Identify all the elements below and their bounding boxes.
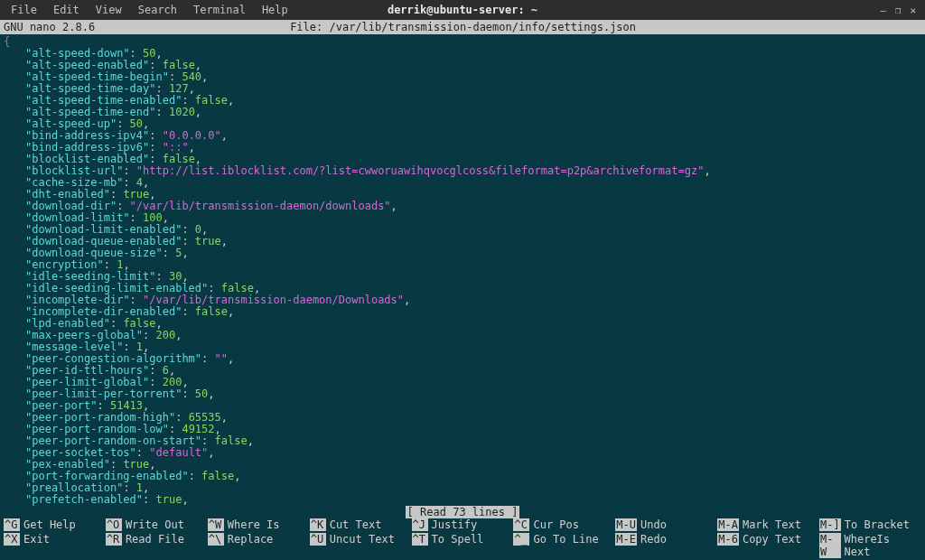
minimize-icon[interactable]: —	[880, 5, 886, 16]
shortcut-label: Write Out	[126, 518, 184, 531]
shortcut-key: ^U	[310, 533, 326, 546]
shortcut-label: Cur Pos	[533, 518, 579, 531]
shortcut-justify: ^JJustify	[412, 518, 514, 531]
menu-help[interactable]: Help	[255, 2, 295, 18]
shortcut-uncut-text: ^UUncut Text	[310, 533, 412, 558]
shortcut-cut-text: ^KCut Text	[310, 518, 412, 531]
shortcut-label: To Spell	[432, 533, 484, 546]
shortcuts-row-1: ^GGet Help^OWrite Out^WWhere Is^KCut Tex…	[0, 518, 925, 533]
shortcut-key: ^\	[208, 533, 224, 546]
shortcut-key: ^W	[208, 518, 224, 531]
editor-area[interactable]: {"alt-speed-down": 50,"alt-speed-enabled…	[0, 34, 925, 506]
shortcut-get-help: ^GGet Help	[4, 518, 106, 531]
shortcut-where-is: ^WWhere Is	[208, 518, 310, 531]
shortcut-key: ^G	[4, 518, 20, 531]
shortcut-label: Cut Text	[330, 518, 382, 531]
shortcut-key: ^T	[412, 533, 428, 546]
shortcut-exit: ^XExit	[4, 533, 106, 558]
maximize-icon[interactable]: ❐	[895, 5, 902, 16]
shortcut-copy-text: M-6Copy Text	[717, 533, 819, 558]
shortcut-key: ^K	[310, 518, 326, 531]
status-text: [ Read 73 lines ]	[406, 506, 520, 518]
shortcut-write-out: ^OWrite Out	[106, 518, 208, 531]
shortcut-key: M-E	[615, 533, 637, 546]
shortcut-key: M-W	[819, 533, 840, 558]
shortcut-label: Mark Text	[743, 518, 801, 531]
shortcut-key: ^R	[106, 533, 122, 546]
shortcut-label: Redo	[640, 533, 667, 546]
shortcut-key: M-6	[717, 533, 739, 546]
shortcut-label: WhereIs Next	[845, 533, 921, 558]
nano-header: GNU nano 2.8.6 File: /var/lib/transmissi…	[0, 20, 925, 34]
shortcut-replace: ^\Replace	[208, 533, 310, 558]
shortcut-key: ^J	[412, 518, 428, 531]
shortcut-label: Go To Line	[533, 533, 598, 546]
shortcut-mark-text: M-AMark Text	[717, 518, 819, 531]
shortcut-key: ^X	[4, 533, 20, 546]
window-controls: — ❐ ✕	[880, 5, 921, 16]
menu-view[interactable]: View	[89, 2, 129, 18]
shortcut-label: Justify	[432, 518, 478, 531]
shortcut-key: M-A	[717, 518, 739, 531]
menu-search[interactable]: Search	[131, 2, 184, 18]
shortcut-label: Undo	[640, 518, 667, 531]
window-title: derrik@ubuntu-server: ~	[388, 4, 537, 16]
shortcut-read-file: ^RRead File	[106, 533, 208, 558]
shortcut-go-to-line: ^_Go To Line	[513, 533, 615, 558]
menu-terminal[interactable]: Terminal	[186, 2, 253, 18]
shortcut-label: Exit	[23, 533, 50, 546]
shortcut-key: M-U	[615, 518, 637, 531]
menubar: FileEditViewSearchTerminalHelp derrik@ub…	[0, 0, 925, 20]
shortcut-key: ^C	[513, 518, 529, 531]
shortcuts-row-2: ^XExit^RRead File^\Replace^UUncut Text^T…	[0, 533, 925, 560]
shortcut-to-spell: ^TTo Spell	[412, 533, 514, 558]
shortcut-label: Get Help	[23, 518, 76, 531]
shortcut-key: ^O	[106, 518, 122, 531]
shortcut-label: Replace	[228, 533, 274, 546]
shortcut-redo: M-ERedo	[615, 533, 717, 558]
shortcut-label: Read File	[126, 533, 184, 546]
shortcut-label: Copy Text	[743, 533, 801, 546]
shortcut-label: To Bracket	[845, 518, 910, 531]
shortcut-key: M-]	[819, 518, 841, 531]
menu-file[interactable]: File	[4, 2, 44, 18]
status-line: [ Read 73 lines ]	[0, 506, 925, 518]
shortcut-to-bracket: M-]To Bracket	[819, 518, 921, 531]
shortcut-whereis-next: M-WWhereIs Next	[819, 533, 921, 558]
shortcut-undo: M-UUndo	[615, 518, 717, 531]
close-icon[interactable]: ✕	[910, 5, 916, 16]
nano-file-label: File: /var/lib/transmission-daemon/info/…	[5, 21, 921, 33]
shortcut-label: Where Is	[228, 518, 280, 531]
shortcut-cur-pos: ^CCur Pos	[513, 518, 615, 531]
menu-edit[interactable]: Edit	[46, 2, 87, 18]
shortcut-key: ^_	[513, 533, 529, 546]
shortcut-label: Uncut Text	[330, 533, 395, 546]
